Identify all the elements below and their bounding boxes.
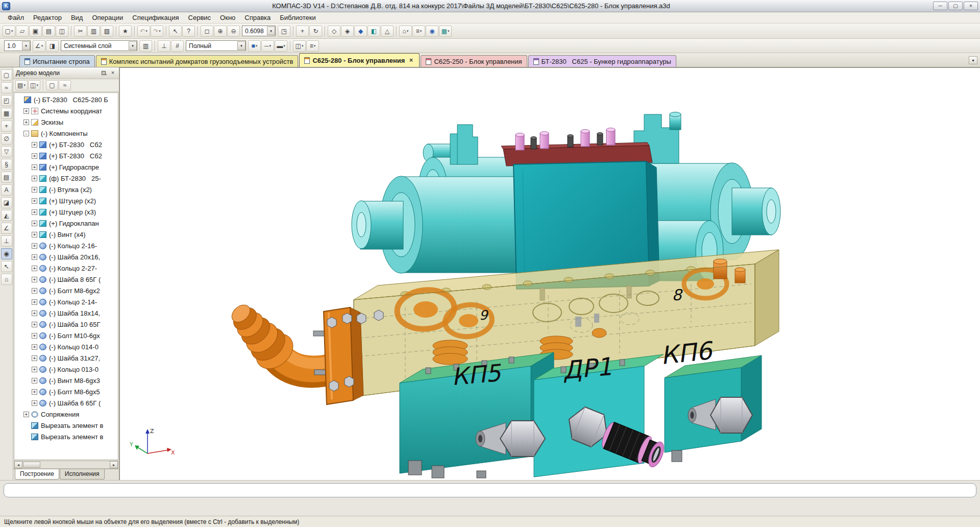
layers-button[interactable]: ◨ [46, 40, 59, 52]
save-document-button[interactable]: ▣ [29, 26, 42, 37]
strip-libraries-button[interactable]: ⌂ [1, 274, 12, 285]
close-button[interactable]: × [964, 2, 978, 10]
orientation-button[interactable]: ⌂▾ [399, 26, 412, 37]
text-params-button[interactable]: ≡▾ [306, 40, 319, 52]
current-layer-combo[interactable]: Системный слой ▾ [61, 40, 137, 51]
tree-expand-icon[interactable] [23, 108, 29, 114]
shaded-edges-display-button[interactable]: ◧ [368, 26, 380, 37]
tree-item[interactable]: (+) Штуцер (х2) [14, 195, 118, 206]
tree-expand-icon[interactable] [32, 355, 37, 361]
tree-item[interactable]: (-) Болт М8-6gх5 [14, 386, 118, 397]
tree-item[interactable]: (-) Винт (х4) [14, 229, 118, 240]
maximize-button[interactable]: ▢ [948, 2, 963, 10]
shaded-display-button[interactable]: ◆ [354, 26, 367, 37]
ortho-mode-button[interactable]: ⊥ [158, 40, 170, 52]
tree-expand-icon[interactable] [32, 232, 37, 237]
tree-item[interactable]: (-) Компоненты [14, 128, 118, 139]
tree-item[interactable]: (+) БТ-2830 Сб2 [14, 139, 118, 150]
menu-item[interactable]: Библиотеки [275, 13, 320, 22]
strip-measurements-button[interactable]: ∅ [1, 133, 12, 145]
tree-item[interactable]: (-) Шайба 6 65Г ( [14, 397, 118, 409]
grid-button[interactable]: # [171, 40, 184, 52]
tree-item[interactable]: Вырезать элемент в [14, 431, 118, 442]
tree-item[interactable]: (-) Шайба 31х27, [14, 352, 118, 364]
strip-constraints-button[interactable]: ⊥ [1, 235, 12, 247]
tree-expand-icon[interactable] [32, 209, 37, 215]
tree-relations-button[interactable]: ≈ [59, 80, 71, 90]
tree-item[interactable]: (+) БТ-2830 Сб2 [14, 150, 118, 161]
tree-expand-icon[interactable] [32, 198, 37, 204]
tree-item[interactable]: (-) Кольцо 014-0 [14, 341, 118, 352]
strip-dimensions-button[interactable]: ∠ [1, 223, 12, 234]
tab-overflow-icon[interactable]: ▾ [969, 56, 977, 64]
pin-icon[interactable] [101, 70, 107, 77]
redo-button[interactable]: ↷▾ [151, 26, 163, 37]
document-tab[interactable]: С625-250 - Блок управления [421, 55, 527, 67]
fit-all-button[interactable]: ◳ [278, 26, 290, 37]
tree-item[interactable]: (-) Кольцо 013-0 [14, 364, 118, 375]
new-document-button[interactable]: ▢▾ [3, 26, 15, 37]
tree-item[interactable]: Сопряжения [14, 409, 118, 420]
tree-item[interactable]: (+) Гидрораспре [14, 161, 118, 173]
current-zoom-combo[interactable]: 0.6098 ▾ [242, 26, 276, 36]
tree-item[interactable]: (-) Кольцо 2-27- [14, 262, 118, 274]
tree-bottom-tab[interactable]: Построение [15, 469, 59, 480]
scrollbar-track[interactable] [41, 461, 110, 468]
tree-item[interactable]: (ф) БТ-2830 25- [14, 173, 118, 184]
menu-item[interactable]: Спецификация [128, 13, 183, 22]
strip-specification-button[interactable]: § [1, 159, 12, 170]
scrollbar-thumb[interactable] [23, 462, 40, 468]
tree-item[interactable]: (-) БТ-2830 С625-280 Б [14, 94, 118, 105]
model-viewport[interactable]: КП5 ДР1 КП6 9 8 Z X Y [119, 67, 980, 480]
strip-control-points-button[interactable]: ◉ [1, 248, 12, 259]
tree-document-button[interactable]: ▢ [46, 80, 58, 90]
format-button[interactable]: ◫▾ [293, 40, 306, 52]
tree-expand-icon[interactable] [23, 119, 29, 125]
open-document-button[interactable]: ▱ [16, 26, 29, 37]
tree-expand-icon[interactable] [32, 400, 37, 406]
zoom-dropdown-icon[interactable]: ▾ [267, 27, 275, 35]
refresh-image-button[interactable]: ◉ [426, 26, 438, 37]
strip-edit-part-button[interactable]: ▢ [1, 69, 12, 81]
strip-arrays-button[interactable]: ▦ [1, 108, 12, 119]
line-style-button[interactable]: ─▾ [261, 40, 274, 52]
tree-item[interactable]: (-) Винт М8-6gх3 [14, 375, 118, 386]
tree-expand-icon[interactable] [32, 389, 37, 395]
line-weight-button[interactable]: ▬▾ [275, 40, 287, 52]
copy-button[interactable]: ▥ [87, 26, 100, 37]
tree-expand-icon[interactable] [32, 288, 37, 294]
tree-sections-button[interactable]: ◫▾ [28, 80, 40, 90]
tree-item[interactable]: Вырезать элемент в [14, 420, 118, 431]
step-dropdown-icon[interactable]: ▾ [22, 41, 30, 50]
undo-button[interactable]: ↶▾ [137, 26, 150, 37]
scroll-right-icon[interactable]: ▸ [110, 461, 118, 468]
what-is-this-help-button[interactable]: ? [182, 26, 195, 37]
snap-settings-button[interactable]: ∠▾ [33, 40, 45, 52]
cut-button[interactable]: ✂ [74, 26, 87, 37]
tree-item[interactable]: (+) Штуцер (х3) [14, 206, 118, 218]
tree-expand-icon[interactable] [32, 176, 37, 181]
property-bar-input[interactable] [4, 483, 976, 497]
layer-settings-button[interactable]: ▥ [139, 40, 152, 52]
tree-expand-icon[interactable] [32, 378, 37, 384]
selection-pointer-button[interactable]: ↖ [169, 26, 182, 37]
tree-structure-button[interactable]: ▤▾ [15, 80, 28, 90]
panel-close-icon[interactable]: × [109, 69, 116, 77]
tree-item[interactable]: (+) Гидроклапан [14, 218, 118, 229]
tree-item[interactable]: Эскизы [14, 116, 118, 128]
strip-forming-button[interactable]: ◭ [1, 210, 12, 221]
perspective-display-button[interactable]: △ [381, 26, 394, 37]
strip-sheet-metal-button[interactable]: ◪ [1, 197, 12, 208]
tree-expand-icon[interactable] [32, 243, 37, 249]
tree-expand-icon[interactable] [32, 277, 37, 282]
layer-dropdown-icon[interactable]: ▾ [129, 41, 137, 50]
tree-bottom-tab[interactable]: Исполнения [60, 469, 105, 480]
tree-expand-icon[interactable] [23, 412, 29, 417]
tree-expand-icon[interactable] [32, 142, 37, 148]
paste-button[interactable]: ▨ [101, 26, 113, 37]
tree-expand-icon[interactable] [32, 254, 37, 260]
tree-expand-icon[interactable] [32, 221, 37, 226]
tree-item[interactable]: (-) Шайба 10 65Г [14, 319, 118, 330]
scroll-left-icon[interactable]: ◂ [14, 461, 22, 468]
tree-item[interactable]: (-) Шайба 20х16, [14, 251, 118, 262]
